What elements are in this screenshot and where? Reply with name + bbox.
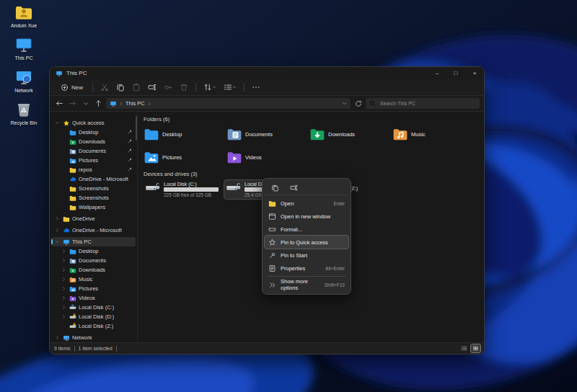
sidebar-item-label: OneDrive - Microsoft xyxy=(72,227,122,233)
sidebar-item-screenshots[interactable]: Screenshots xyxy=(51,184,136,193)
chevron-right-icon[interactable] xyxy=(61,295,67,300)
menu-item-pin-to-start[interactable]: Pin to Start xyxy=(265,249,348,262)
chevron-right-icon[interactable] xyxy=(61,258,67,263)
address-dropdown-icon[interactable] xyxy=(342,101,347,106)
chevron-right-icon[interactable] xyxy=(54,335,61,340)
refresh-button[interactable] xyxy=(353,98,364,109)
sidebar-item-desktop[interactable]: Desktop xyxy=(51,128,136,137)
maximize-button[interactable]: □ xyxy=(446,67,465,79)
folder-tile-label: Desktop xyxy=(162,131,182,138)
menu-divider xyxy=(268,276,345,277)
chevron-down-icon[interactable] xyxy=(54,120,61,125)
sidebar-item-music[interactable]: Music xyxy=(51,275,136,284)
folder-tile-label: Documents xyxy=(245,131,273,138)
folder-tile-downloads[interactable]: Downloads xyxy=(309,125,392,143)
copy-button[interactable] xyxy=(113,81,128,93)
sidebar-item-videos[interactable]: Videos xyxy=(51,293,136,303)
menu-item-properties[interactable]: PropertiesAlt+Enter xyxy=(265,262,348,275)
sidebar-item-screenshots[interactable]: Screenshots xyxy=(51,193,136,202)
chevron-down-icon[interactable] xyxy=(54,239,61,244)
search-box[interactable] xyxy=(366,98,480,109)
menu-item-pin-to-quick-access[interactable]: Pin to Quick access xyxy=(265,236,348,249)
recycle-bin-icon xyxy=(14,100,33,120)
forward-button[interactable] xyxy=(67,98,78,109)
rename-button[interactable] xyxy=(145,81,159,93)
onedrive-icon xyxy=(63,227,70,234)
sidebar-item-repos[interactable]: repos xyxy=(51,165,136,174)
view-icon xyxy=(224,83,232,92)
sort-button[interactable] xyxy=(201,81,219,93)
folder-tile-videos[interactable]: Videos xyxy=(226,148,309,166)
chevron-right-icon[interactable] xyxy=(61,305,67,310)
folders-section-header[interactable]: Folders (6) xyxy=(144,116,484,122)
menu-item-label: Format... xyxy=(281,226,302,233)
close-button[interactable]: × xyxy=(465,67,484,79)
share-button[interactable] xyxy=(161,81,175,93)
cut-button[interactable] xyxy=(97,81,112,93)
sidebar-item-wallpapers[interactable]: Wallpapers xyxy=(51,202,136,212)
menu-item-open-in-new-window[interactable]: Open in new window xyxy=(265,210,348,223)
chevron-right-icon[interactable] xyxy=(54,216,61,221)
sidebar-item-network[interactable]: Network xyxy=(51,333,136,342)
chevron-right-icon[interactable] xyxy=(61,314,67,319)
rename-button[interactable] xyxy=(288,182,299,192)
sidebar-item-pictures[interactable]: Pictures xyxy=(51,156,136,165)
sidebar-scrollbar[interactable] xyxy=(136,116,137,141)
menu-item-open[interactable]: OpenEnter xyxy=(265,197,348,210)
folder-tile-desktop[interactable]: Desktop xyxy=(144,125,226,143)
view-button[interactable] xyxy=(221,81,239,93)
folder-tile-documents[interactable]: Documents xyxy=(226,125,309,143)
window-titlebar[interactable]: This PC –□× xyxy=(50,67,484,79)
folder-tile-label: Music xyxy=(411,131,426,138)
recent-locations-button[interactable] xyxy=(80,98,91,109)
sidebar-item-downloads[interactable]: Downloads xyxy=(51,265,136,275)
sidebar-item-onedrive[interactable]: OneDrive xyxy=(51,214,136,223)
chevron-right-icon[interactable] xyxy=(54,228,61,233)
chevron-right-icon[interactable] xyxy=(61,249,67,254)
new-button[interactable]: New xyxy=(56,82,88,93)
copy-button[interactable] xyxy=(269,182,281,192)
chevron-right-icon[interactable] xyxy=(61,267,67,272)
desktop-icon-this-pc[interactable]: This PC xyxy=(3,35,45,61)
back-button[interactable] xyxy=(54,98,65,109)
rename-icon xyxy=(290,184,298,192)
chevron-right-icon[interactable] xyxy=(61,286,67,291)
drives-section-header[interactable]: Devices and drives (3) xyxy=(144,171,484,177)
desktop-icon-anduin-xue[interactable]: Anduin Xue xyxy=(3,3,45,29)
sidebar-item-pictures[interactable]: Pictures xyxy=(51,284,136,293)
pin-icon xyxy=(127,157,133,164)
menu-item-format[interactable]: Format... xyxy=(265,223,348,236)
sidebar-item-local-disk-d[interactable]: Local Disk (D:) xyxy=(51,312,136,321)
address-bar[interactable]: This PC xyxy=(106,98,351,109)
chevron-right-icon[interactable] xyxy=(61,277,67,282)
plus-circle-icon xyxy=(61,84,69,92)
drive-tile-local-disk-c[interactable]: Local Disk (C:)225 GB free of 325 GB xyxy=(144,180,220,199)
desktop-icon-recycle-bin[interactable]: Recycle Bin xyxy=(3,100,45,126)
sidebar-item-downloads[interactable]: Downloads xyxy=(51,137,136,146)
sidebar-item-onedrive-microsoft[interactable]: OneDrive - Microsoft xyxy=(51,174,136,184)
folder-tile-music[interactable]: Music xyxy=(392,125,475,143)
search-input[interactable] xyxy=(379,100,476,107)
sidebar-item-this-pc[interactable]: This PC xyxy=(51,237,136,246)
details-view-button[interactable] xyxy=(459,344,469,352)
breadcrumb[interactable]: This PC xyxy=(125,100,145,107)
new-button-label: New xyxy=(71,84,83,91)
desktop-icon-network[interactable]: Network xyxy=(3,68,45,94)
minimize-button[interactable]: – xyxy=(428,67,446,79)
sidebar-item-documents[interactable]: Documents xyxy=(51,256,136,265)
sidebar-item-documents[interactable]: Documents xyxy=(51,146,136,156)
sidebar-item-quick-access[interactable]: Quick access xyxy=(51,118,136,128)
sidebar-item-onedrive-microsoft[interactable]: OneDrive - Microsoft xyxy=(51,226,136,235)
sidebar-item-local-disk-c[interactable]: Local Disk (C:) xyxy=(51,303,136,312)
more-button[interactable] xyxy=(249,81,263,93)
paste-button[interactable] xyxy=(129,81,144,93)
sidebar-item-label: Screenshots xyxy=(79,195,109,201)
desktop: Anduin XueThis PCNetworkRecycle Bin This… xyxy=(0,0,577,392)
sidebar-item-local-disk-z[interactable]: Local Disk (Z:) xyxy=(51,321,136,331)
sidebar-item-desktop[interactable]: Desktop xyxy=(51,246,136,256)
delete-button[interactable] xyxy=(177,81,191,93)
up-button[interactable] xyxy=(93,98,104,109)
menu-item-show-more-options[interactable]: Show more optionsShift+F10 xyxy=(265,278,348,291)
large-icons-view-button[interactable] xyxy=(471,344,480,352)
folder-tile-pictures[interactable]: Pictures xyxy=(144,148,226,166)
